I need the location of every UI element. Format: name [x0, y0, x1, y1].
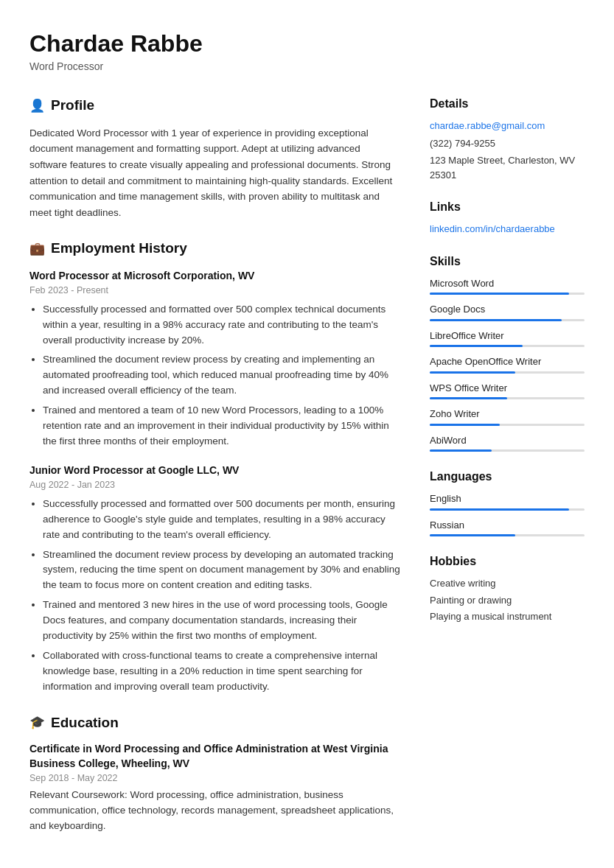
lang-bar-bg-1 [430, 534, 585, 536]
employment-icon: 💼 [29, 239, 45, 259]
education-header: 🎓 Education [29, 713, 400, 734]
skill-name-2: LibreOffice Writer [430, 329, 585, 343]
lang-bar-fill-1 [430, 534, 515, 536]
job-2-bullet-4: Collaborated with cross-functional teams… [43, 648, 400, 695]
skill-bar-bg-6 [430, 449, 585, 452]
skill-bar-fill-0 [430, 293, 569, 295]
skill-item-5: Zoho Writer [430, 407, 585, 426]
education-icon: 🎓 [29, 713, 45, 732]
hobbies-list: Creative writingPainting or drawingPlayi… [430, 576, 585, 624]
skill-name-5: Zoho Writer [430, 407, 585, 421]
hobbies-title: Hobbies [430, 553, 585, 570]
lang-item-0: English [430, 491, 585, 511]
skill-name-1: Google Docs [430, 302, 585, 317]
resume-header: Chardae Rabbe Word Processor [29, 29, 585, 74]
skill-item-3: Apache OpenOffice Writer [430, 354, 585, 374]
lang-bar-bg-0 [430, 508, 585, 511]
job-1-bullet-1: Successfully processed and formatted ove… [43, 302, 400, 349]
skill-bar-fill-2 [430, 345, 523, 347]
skill-bar-fill-3 [430, 371, 515, 374]
languages-title: Languages [430, 468, 585, 486]
hobby-item-2: Playing a musical instrument [430, 609, 585, 624]
candidate-name: Chardae Rabbe [29, 29, 585, 57]
right-column: Details chardae.rabbe@gmail.com (322) 79… [430, 95, 585, 852]
details-email[interactable]: chardae.rabbe@gmail.com [430, 119, 585, 133]
skill-bar-fill-6 [430, 449, 492, 452]
skill-item-6: AbiWord [430, 433, 585, 452]
skill-name-4: WPS Office Writer [430, 381, 585, 396]
job-2-bullet-2: Streamlined the document review process … [43, 547, 400, 594]
hobby-item-0: Creative writing [430, 576, 585, 591]
skill-item-0: Microsoft Word [430, 276, 585, 295]
resume-page: Chardae Rabbe Word Processor 👤 Profile D… [0, 0, 614, 868]
employment-section: 💼 Employment History Word Processor at M… [29, 238, 400, 694]
job-2-bullet-1: Successfully processed and formatted ove… [43, 497, 400, 543]
skills-list: Microsoft Word Google Docs LibreOffice W… [430, 276, 585, 452]
details-title: Details [430, 95, 585, 113]
employment-section-label: Employment History [51, 238, 187, 259]
profile-icon: 👤 [29, 97, 45, 116]
left-column: 👤 Profile Dedicated Word Processor with … [29, 95, 400, 852]
skill-bar-fill-4 [430, 397, 507, 399]
resume-layout: 👤 Profile Dedicated Word Processor with … [29, 95, 585, 852]
details-phone: (322) 794-9255 [430, 136, 585, 151]
job-2-title: Junior Word Processor at Google LLC, WV [29, 463, 400, 478]
skill-bar-bg-4 [430, 397, 585, 399]
skill-item-4: WPS Office Writer [430, 381, 585, 400]
edu-1-dates: Sep 2018 - May 2022 [29, 771, 400, 785]
employment-header: 💼 Employment History [29, 238, 400, 259]
job-1-dates: Feb 2023 - Present [29, 284, 400, 298]
lang-bar-fill-0 [430, 508, 569, 511]
skill-bar-bg-1 [430, 319, 585, 321]
skill-name-3: Apache OpenOffice Writer [430, 354, 585, 369]
skill-bar-bg-5 [430, 424, 585, 426]
skill-bar-bg-2 [430, 345, 585, 347]
skill-item-2: LibreOffice Writer [430, 329, 585, 348]
details-address: 123 Maple Street, Charleston, WV 25301 [430, 153, 585, 182]
skills-title: Skills [430, 253, 585, 270]
lang-item-1: Russian [430, 518, 585, 537]
hobbies-section: Hobbies Creative writingPainting or draw… [430, 553, 585, 624]
languages-list: English Russian [430, 491, 585, 536]
job-1-bullet-3: Trained and mentored a team of 10 new Wo… [43, 403, 400, 449]
hobby-item-1: Painting or drawing [430, 593, 585, 608]
job-1-bullet-2: Streamlined the document review process … [43, 352, 400, 399]
skill-bar-bg-3 [430, 371, 585, 374]
details-section: Details chardae.rabbe@gmail.com (322) 79… [430, 95, 585, 182]
links-title: Links [430, 198, 585, 216]
education-section: 🎓 Education Certificate in Word Processi… [29, 713, 400, 834]
skill-item-1: Google Docs [430, 302, 585, 321]
job-1: Word Processor at Microsoft Corporation,… [29, 268, 400, 449]
job-1-title: Word Processor at Microsoft Corporation,… [29, 268, 400, 284]
lang-name-0: English [430, 491, 585, 506]
links-section: Links linkedin.com/in/chardaerabbe [430, 198, 585, 237]
skill-name-0: Microsoft Word [430, 276, 585, 291]
profile-section-label: Profile [51, 95, 94, 116]
job-2-dates: Aug 2022 - Jan 2023 [29, 478, 400, 492]
profile-section: 👤 Profile Dedicated Word Processor with … [29, 95, 400, 220]
skill-name-6: AbiWord [430, 433, 585, 448]
skill-bar-fill-5 [430, 424, 500, 426]
job-2: Junior Word Processor at Google LLC, WV … [29, 463, 400, 695]
job-2-bullets: Successfully processed and formatted ove… [29, 497, 400, 695]
lang-name-1: Russian [430, 518, 585, 533]
education-section-label: Education [51, 713, 119, 734]
skills-section: Skills Microsoft Word Google Docs LibreO… [430, 253, 585, 452]
profile-text: Dedicated Word Processor with 1 year of … [29, 125, 400, 221]
job-2-bullet-3: Trained and mentored 3 new hires in the … [43, 598, 400, 644]
edu-1-text: Relevant Coursework: Word processing, of… [29, 788, 400, 834]
candidate-title: Word Processor [29, 59, 585, 74]
skill-bar-bg-0 [430, 293, 585, 295]
skill-bar-fill-1 [430, 319, 562, 321]
linkedin-link[interactable]: linkedin.com/in/chardaerabbe [430, 222, 585, 237]
profile-header: 👤 Profile [29, 95, 400, 116]
edu-1-title: Certificate in Word Processing and Offic… [29, 742, 400, 771]
languages-section: Languages English Russian [430, 468, 585, 536]
job-1-bullets: Successfully processed and formatted ove… [29, 302, 400, 449]
